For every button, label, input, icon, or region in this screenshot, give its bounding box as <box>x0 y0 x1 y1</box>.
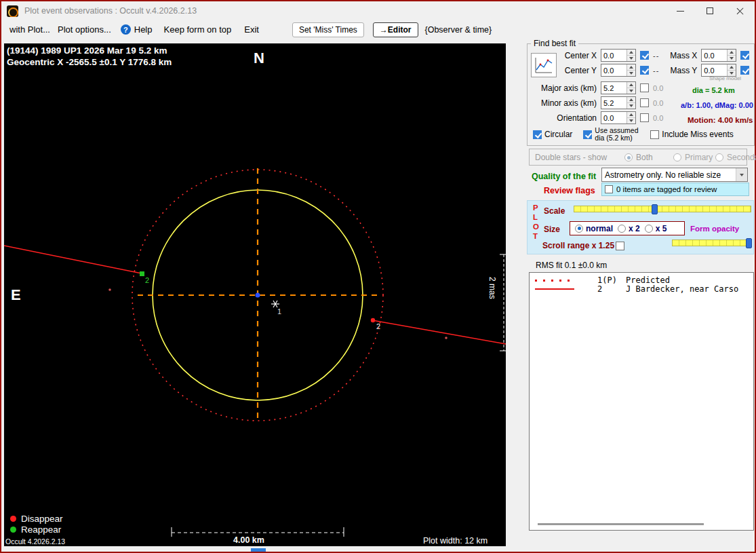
mass-x-label: Mass X <box>663 51 697 60</box>
major-axis-checkbox[interactable] <box>640 83 649 92</box>
center-y-label: Center Y <box>548 66 597 75</box>
scale-label: Scale <box>544 206 565 216</box>
orientation-checkbox[interactable] <box>640 113 649 122</box>
radio-icon <box>645 225 653 233</box>
observations-list[interactable]: 1(P) Predicted 2 J Bardecker, near Carso <box>529 272 754 531</box>
menu-exit[interactable]: Exit <box>244 24 259 35</box>
mass-x-checkbox[interactable] <box>740 51 749 60</box>
menu-plot-options[interactable]: Plot options... <box>58 24 111 35</box>
chord-left-segment <box>4 246 142 273</box>
mas-scale-label: 2 mas <box>488 277 497 311</box>
center-y-checkbox[interactable] <box>640 66 649 75</box>
chord-right-number: 2 <box>376 322 380 330</box>
radio-icon <box>618 225 626 233</box>
circular-checkbox[interactable] <box>533 130 542 139</box>
double-stars-both-radio[interactable]: Both <box>624 153 653 162</box>
spin-down-icon <box>629 104 633 107</box>
maximize-button[interactable] <box>695 1 725 20</box>
secondary-label: Secondary <box>727 153 756 162</box>
major-axis-value: 5.2 <box>601 82 626 94</box>
size-normal-radio[interactable]: normal <box>575 224 613 233</box>
menu-keep-form-on-top[interactable]: Keep form on top <box>164 24 232 35</box>
mass-y-checkbox[interactable] <box>740 66 749 75</box>
include-miss-checkbox[interactable] <box>650 130 659 139</box>
use-assumed-dia-label: Use assumed dia (5.2 km) <box>595 127 646 142</box>
set-miss-times-button[interactable]: Set 'Miss' Times <box>292 22 364 37</box>
menubar: with Plot... Plot options... ? Help Keep… <box>1 20 755 39</box>
legend-reappear-label: Reappear <box>21 525 61 535</box>
orientation-input[interactable]: 0.0 <box>601 111 636 124</box>
observation-name: J Bardecker, near Carso <box>626 284 738 294</box>
plot-figure <box>4 43 506 546</box>
diameter-note: dia = 5.2 km <box>692 86 735 94</box>
scale-slider[interactable] <box>574 204 751 214</box>
center-x-input[interactable]: 0.0 <box>601 49 636 62</box>
minor-axis-alt: 0.0 <box>653 99 663 107</box>
path-dot-right <box>445 337 447 339</box>
double-stars-primary-radio[interactable]: Primary <box>673 153 713 162</box>
size-x2-radio[interactable]: x 2 <box>618 224 640 233</box>
axis-ratio-note: a/b: 1.00, dMag: 0.00 <box>681 101 753 109</box>
window-controls <box>665 1 755 20</box>
center-x-spinner[interactable] <box>626 50 635 61</box>
spin-up-icon <box>730 51 734 54</box>
minor-axis-checkbox[interactable] <box>640 98 649 107</box>
center-x-value: 0.0 <box>601 50 626 61</box>
minimize-button[interactable] <box>665 1 695 20</box>
center-y-dashes: -- <box>653 66 659 75</box>
size-x5-radio[interactable]: x 5 <box>645 224 667 233</box>
minor-axis-spinner[interactable] <box>626 97 635 109</box>
quality-of-fit-dropdown[interactable]: Astrometry only. No reliable size <box>601 168 748 182</box>
size-x5-label: x 5 <box>656 224 667 233</box>
radio-icon <box>575 225 583 233</box>
menu-help[interactable]: ? Help <box>121 24 153 35</box>
radio-icon <box>673 153 681 161</box>
mass-y-spinner[interactable] <box>727 64 736 76</box>
plot-width-label: Plot width: 12 km <box>423 536 488 546</box>
major-axis-spinner[interactable] <box>626 82 635 94</box>
orientation-spinner[interactable] <box>626 112 635 123</box>
close-button[interactable] <box>725 1 755 20</box>
spin-down-icon <box>629 90 633 92</box>
spin-down-icon <box>629 119 633 122</box>
list-item[interactable]: 1(P) Predicted <box>530 275 753 285</box>
review-flags-box: 0 items are tagged for review <box>601 183 749 196</box>
form-opacity-slider[interactable] <box>672 238 751 248</box>
center-x-checkbox[interactable] <box>640 51 649 60</box>
find-best-fit-title: Find best fit <box>531 39 578 48</box>
slider-track <box>672 240 751 246</box>
menu-with-plot[interactable]: with Plot... <box>9 24 50 35</box>
double-stars-secondary-radio[interactable]: Secondary <box>715 153 756 162</box>
mass-y-value: 0.0 <box>702 64 727 76</box>
form-opacity-label: Form opacity <box>690 225 739 233</box>
center-y-input[interactable]: 0.0 <box>601 64 636 77</box>
plot-canvas[interactable]: (19144) 1989 UP1 2026 Mar 19 5.2 km Geoc… <box>4 43 506 546</box>
horizontal-scrollbar[interactable] <box>538 523 704 525</box>
chord-right-segment <box>372 320 506 344</box>
minor-axis-input[interactable]: 5.2 <box>601 96 636 109</box>
use-assumed-dia-checkbox[interactable] <box>583 130 592 139</box>
motion-note: Motion: 4.00 km/s <box>688 116 753 124</box>
window-title: Plot event observations : Occult v.4.202… <box>24 6 197 16</box>
star-marker-icon <box>271 301 279 307</box>
mass-x-spinner[interactable] <box>727 50 736 61</box>
quality-of-fit-value: Astrometry only. No reliable size <box>602 170 736 180</box>
mass-x-input[interactable]: 0.0 <box>701 49 736 62</box>
reappear-dot-icon <box>10 527 16 533</box>
double-stars-title: Double stars - show <box>535 153 607 162</box>
spin-up-icon <box>629 98 633 101</box>
north-label: N <box>254 50 264 67</box>
spin-down-icon <box>730 72 734 75</box>
menu-help-label: Help <box>134 24 153 35</box>
scroll-range-checkbox[interactable] <box>616 242 624 250</box>
center-y-spinner[interactable] <box>626 64 635 76</box>
slider-thumb[interactable] <box>746 238 752 248</box>
list-item[interactable]: 2 J Bardecker, near Carso <box>530 284 753 294</box>
observation-name: Predicted <box>626 275 670 285</box>
major-axis-input[interactable]: 5.2 <box>601 81 636 94</box>
size-x2-label: x 2 <box>629 224 640 233</box>
slider-thumb[interactable] <box>652 204 658 214</box>
editor-button[interactable]: →Editor <box>373 22 418 37</box>
review-flags-checkbox[interactable] <box>605 185 613 193</box>
observer-time-label: {Observer & time} <box>425 25 492 35</box>
